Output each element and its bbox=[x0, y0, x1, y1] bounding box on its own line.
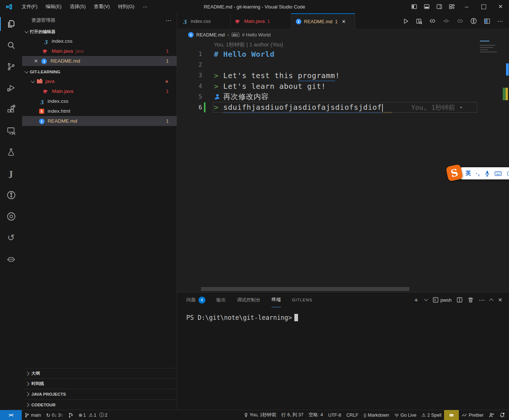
ime-microphone-icon[interactable] bbox=[485, 171, 490, 176]
code-area[interactable]: You, 1秒钟前 | 1 author (You) 1 # Hello Wor… bbox=[177, 41, 509, 113]
menu-selection[interactable]: 选择(S) bbox=[66, 0, 90, 13]
search-icon[interactable] bbox=[0, 35, 22, 56]
code-line-1[interactable]: 1 # Hello World bbox=[177, 49, 509, 59]
ime-keyboard-icon[interactable] bbox=[495, 171, 502, 176]
launch-profile-icon[interactable]: pwsh bbox=[433, 297, 451, 303]
ime-language-mode[interactable]: 英 bbox=[465, 170, 471, 177]
remote-indicator[interactable]: >< bbox=[0, 410, 22, 420]
next-change-icon[interactable] bbox=[457, 18, 463, 24]
panel-tab-gitlens[interactable]: GITLENS bbox=[292, 293, 312, 307]
explorer-icon[interactable] bbox=[0, 13, 22, 35]
minimize-button[interactable]: ─ bbox=[458, 0, 475, 13]
section-timeline[interactable]: 时间线 bbox=[22, 378, 177, 389]
menu-file[interactable]: 文件(F) bbox=[18, 0, 42, 13]
encoding[interactable]: UTF-8 bbox=[326, 410, 344, 420]
code-line-4[interactable]: 4 > Let's learn about git! bbox=[177, 81, 509, 91]
code-line-5[interactable]: 5 再次修改内容 bbox=[177, 91, 509, 102]
sidebar-more-icon[interactable]: ⋯ bbox=[166, 17, 172, 24]
problems-indicator[interactable]: ⊗1 ⚠1 ⓘ2 bbox=[76, 410, 110, 420]
split-editor-icon[interactable] bbox=[484, 18, 490, 24]
open-editor-index-css[interactable]: ʒ index.css bbox=[22, 36, 177, 46]
toggle-secondary-sidebar-icon[interactable] bbox=[433, 0, 446, 13]
branch-indicator[interactable]: main bbox=[22, 410, 44, 420]
menu-goto[interactable]: 转到(G) bbox=[114, 0, 139, 13]
go-live-button[interactable]: Go Live bbox=[392, 410, 419, 420]
sync-indicator[interactable]: ↻ 0↓ 3↑ bbox=[44, 410, 66, 420]
horizontal-scrollbar[interactable] bbox=[201, 287, 409, 291]
terminal-profile-dropdown-icon[interactable] bbox=[425, 299, 427, 301]
terminal[interactable]: PS D:\git\note\git-learning> bbox=[177, 307, 509, 321]
remote-explorer-icon[interactable] bbox=[0, 120, 22, 141]
close-editor-icon[interactable]: ✕ bbox=[34, 58, 38, 64]
open-editors-header[interactable]: 打开的编辑器 bbox=[22, 27, 177, 36]
notifications-bell-icon[interactable] bbox=[497, 410, 508, 420]
feedback-icon[interactable] bbox=[486, 410, 497, 420]
toggle-sidebar-icon[interactable] bbox=[408, 0, 420, 13]
gitlens-blame-status[interactable]: You, 1秒钟前 bbox=[241, 410, 279, 420]
section-java-projects[interactable]: JAVA PROJECTS bbox=[22, 389, 177, 399]
menu-edit[interactable]: 编辑(E) bbox=[42, 0, 66, 13]
close-window-button[interactable]: ✕ bbox=[492, 0, 509, 13]
section-codetour[interactable]: CODETOUR bbox=[22, 399, 177, 410]
tab-index-css[interactable]: ʒ index.css bbox=[177, 13, 231, 29]
toggle-panel-icon[interactable] bbox=[420, 0, 433, 13]
indentation[interactable]: 空格: 4 bbox=[306, 410, 326, 420]
panel-tab-debug-console[interactable]: 调试控制台 bbox=[237, 293, 260, 307]
panel-tab-problems[interactable]: 问题 4 bbox=[186, 293, 205, 307]
extensions-icon[interactable] bbox=[0, 99, 22, 120]
code-line-6-current[interactable]: 6 > sduifhjasdiuofjasdiofajsdiofsjdiof Y… bbox=[177, 102, 509, 113]
breadcrumb-file[interactable]: README.md bbox=[196, 32, 225, 38]
tree-file-index-css[interactable]: ʒ index.css bbox=[22, 96, 177, 106]
ai-robot-status-icon[interactable] bbox=[444, 410, 459, 420]
ime-more-icon[interactable] bbox=[507, 171, 509, 176]
git-graph-icon[interactable] bbox=[66, 410, 76, 420]
ime-punctuation-icon[interactable]: ·, bbox=[476, 170, 480, 176]
editor-more-actions-icon[interactable]: ⋯ bbox=[497, 18, 503, 25]
code-line-3[interactable]: 3 > Let's test this programm! bbox=[177, 70, 509, 81]
run-file-icon[interactable] bbox=[403, 18, 409, 24]
change-icon[interactable] bbox=[443, 18, 450, 24]
tree-file-index-html[interactable]: 5 index.html bbox=[22, 106, 177, 116]
tree-folder-java[interactable]: java ● bbox=[22, 76, 177, 86]
breadcrumb-symbol[interactable]: # Hello World bbox=[242, 32, 271, 38]
tree-file-main-java[interactable]: Main.java 1 bbox=[22, 86, 177, 96]
new-terminal-icon[interactable]: ＋ bbox=[413, 295, 419, 304]
kill-terminal-icon[interactable] bbox=[468, 297, 474, 303]
tab-main-java[interactable]: Main.java 1 bbox=[231, 13, 291, 29]
open-editor-main-java[interactable]: Main.java java 1 bbox=[22, 46, 177, 56]
gitlens-icon[interactable] bbox=[0, 184, 22, 206]
run-debug-icon[interactable] bbox=[0, 77, 22, 99]
minimap[interactable] bbox=[478, 29, 502, 139]
gitlens-graph-icon[interactable] bbox=[470, 18, 477, 24]
cursor-position[interactable]: 行 6, 列 37 bbox=[279, 410, 306, 420]
maximize-panel-icon[interactable] bbox=[490, 298, 493, 302]
close-tab-icon[interactable]: ✕ bbox=[342, 19, 346, 24]
panel-more-actions-icon[interactable]: ⋯ bbox=[479, 297, 485, 304]
close-panel-icon[interactable]: ✕ bbox=[498, 297, 502, 303]
code-line-2[interactable]: 2 bbox=[177, 59, 509, 70]
language-mode[interactable]: {} Markdown bbox=[361, 410, 392, 420]
test-beaker-icon[interactable] bbox=[0, 141, 22, 163]
prettier-status[interactable]: ✓✓ Prettier bbox=[459, 410, 486, 420]
ai-assistant-icon[interactable] bbox=[0, 248, 22, 270]
eol-sequence[interactable]: CRLF bbox=[344, 410, 361, 420]
split-terminal-icon[interactable] bbox=[457, 297, 463, 303]
customize-layout-icon[interactable] bbox=[446, 0, 458, 13]
section-outline[interactable]: 大纲 bbox=[22, 368, 177, 378]
java-projects-icon[interactable]: J bbox=[0, 163, 22, 184]
codetour-icon[interactable]: ↺ bbox=[0, 227, 22, 248]
menu-view[interactable]: 查看(V) bbox=[90, 0, 114, 13]
previous-change-icon[interactable] bbox=[429, 18, 436, 24]
spell-checker-status[interactable]: ⚠ 2 Spell bbox=[419, 410, 444, 420]
tree-file-readme-md[interactable]: i README.md 1 bbox=[22, 116, 177, 126]
project-root-header[interactable]: GIT-LEARNING bbox=[22, 67, 177, 76]
gitlens-inspect-icon[interactable] bbox=[0, 206, 22, 227]
panel-tab-output[interactable]: 输出 bbox=[217, 293, 226, 307]
open-editor-readme-md[interactable]: ✕ i README.md 1 bbox=[22, 56, 177, 66]
tab-readme-md[interactable]: i README.md 1 ✕ bbox=[291, 13, 355, 29]
menu-more-icon[interactable]: ⋯ bbox=[138, 0, 151, 13]
panel-tab-terminal[interactable]: 终端 bbox=[271, 293, 281, 307]
maximize-button[interactable] bbox=[475, 0, 492, 13]
open-preview-icon[interactable] bbox=[416, 18, 422, 24]
source-control-icon[interactable] bbox=[0, 56, 22, 77]
